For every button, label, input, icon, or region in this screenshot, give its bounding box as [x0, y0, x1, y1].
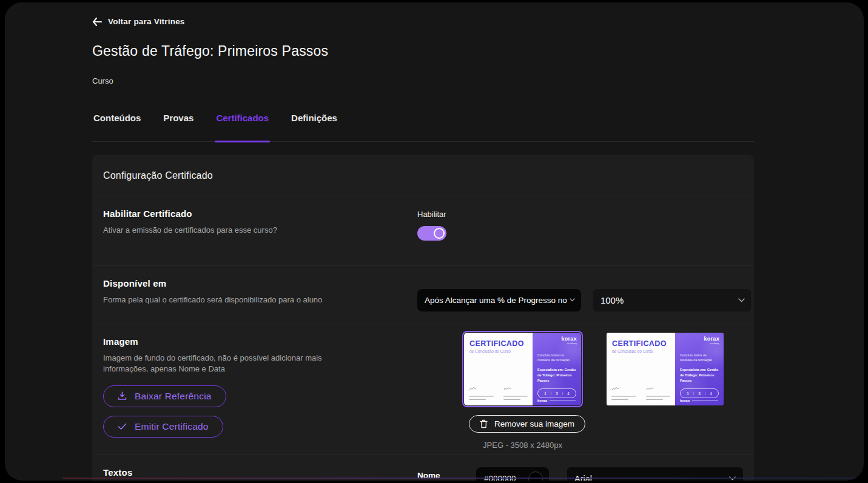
certificate-line1: Concluiu todos os módulos da formação: [537, 353, 575, 364]
signature-icon: [611, 386, 619, 391]
toggle-knob: [434, 228, 445, 239]
enable-toggle[interactable]: [417, 226, 446, 241]
certificate-line2: Especialista em: Gestão de Tráfego: Prim…: [537, 367, 577, 383]
image-description: Imagem de fundo do certificado, não é po…: [103, 353, 341, 375]
availability-mode-select[interactable]: Após Alcançar uma % de Progresso no: [417, 289, 581, 311]
certificate-right-panel: korax academy Concluiu todos os módulos …: [675, 333, 724, 405]
certificate-subtitle: de Conclusão do Curso: [612, 349, 675, 353]
enable-title: Habilitar Certificado: [103, 208, 417, 219]
toggle-label: Habilitar: [417, 210, 744, 219]
download-icon: [118, 391, 127, 401]
certificate-line2: Especialista em: Gestão de Tráfego: Prim…: [680, 367, 720, 383]
tab-definicoes[interactable]: Definições: [290, 113, 338, 141]
back-arrow-icon: [92, 18, 102, 26]
certificate-footer-line: [550, 400, 576, 401]
certificate-subtitle: de Conclusão do Curso: [469, 349, 533, 353]
certificate-left-panel: CERTIFICADO de Conclusão do Curso: [464, 333, 533, 405]
korax-logo: korax: [704, 336, 719, 342]
image-file-info: JPEG - 3508 x 2480px: [464, 441, 581, 450]
available-description: Forma pela qual o certificado será dispo…: [103, 295, 341, 305]
progress-percent-value: 100%: [601, 295, 624, 305]
check-icon: [118, 423, 127, 430]
row-image-right: CERTIFICADO de Conclusão do Curso: [417, 336, 744, 455]
texts-title: Textos: [103, 467, 417, 478]
certificate-title: CERTIFICADO: [612, 339, 675, 348]
screen: Voltar para Vitrines Gestão de Tráfego: …: [0, 0, 868, 483]
certificate-preview-reference[interactable]: CERTIFICADO de Conclusão do Curso: [607, 333, 724, 405]
korax-logo: korax: [561, 336, 577, 342]
bottom-edge-artifact: [62, 478, 856, 479]
emit-certificate-button[interactable]: Emitir Certificado: [103, 416, 223, 438]
signature-icon: [646, 386, 654, 391]
row-available-left: Disponível em Forma pela qual o certific…: [103, 278, 417, 324]
signature-icon: [469, 386, 477, 391]
color-swatch-icon[interactable]: [528, 471, 543, 481]
certificate-footer-line: [692, 400, 718, 401]
page-subtitle: Curso: [92, 76, 754, 85]
certificate-line1: Concluiu todos os módulos da formação: [680, 353, 718, 364]
available-title: Disponível em: [103, 278, 417, 288]
chevron-down-icon: [738, 298, 745, 302]
card-header: Configuração Certificado: [92, 155, 754, 196]
certificate-stats: 1| 3| 4: [680, 388, 719, 398]
certificate-right-panel: korax academy Concluiu todos os módulos …: [533, 333, 581, 405]
certificate-footer-brand: korax: [537, 399, 547, 402]
certificate-title: CERTIFICADO: [469, 339, 533, 348]
certificate-preview-current[interactable]: CERTIFICADO de Conclusão do Curso: [464, 333, 581, 405]
tab-provas[interactable]: Provas: [162, 113, 195, 141]
image-title: Imagem: [103, 336, 138, 347]
back-link[interactable]: Voltar para Vitrines: [92, 17, 185, 26]
row-image-left: Imagem Imagem de fundo do certificado, n…: [103, 336, 417, 455]
row-enable-certificate: Habilitar Certificado Ativar a emissão d…: [92, 196, 754, 265]
certificate-left-panel: CERTIFICADO de Conclusão do Curso: [607, 333, 675, 405]
tab-certificados[interactable]: Certificados: [215, 113, 270, 141]
korax-academy-label: academy: [710, 342, 719, 345]
row-available-right: Após Alcançar uma % de Progresso no 100%: [417, 278, 744, 324]
certificate-footer-brand: korax: [680, 399, 690, 402]
availability-selects: Após Alcançar uma % de Progresso no 100%: [417, 289, 744, 311]
certificate-config-card: Configuração Certificado Habilitar Certi…: [92, 155, 754, 481]
certificate-signatures: [469, 383, 528, 400]
chevron-down-icon: [570, 298, 575, 302]
row-enable-right: Habilitar: [417, 208, 744, 265]
download-reference-button[interactable]: Baixar Referência: [103, 385, 226, 407]
remove-image-button[interactable]: Remover sua imagem: [469, 415, 585, 433]
signature-icon: [503, 386, 511, 391]
emit-certificate-label: Emitir Certificado: [135, 421, 209, 432]
tab-bar: Conteúdos Provas Certificados Definições: [92, 113, 754, 142]
back-link-label: Voltar para Vitrines: [108, 17, 185, 26]
app-window: Voltar para Vitrines Gestão de Tráfego: …: [5, 2, 864, 481]
remove-image-label: Remover sua imagem: [494, 419, 574, 428]
progress-percent-select[interactable]: 100%: [593, 289, 751, 311]
row-enable-left: Habilitar Certificado Ativar a emissão d…: [103, 208, 417, 265]
tab-conteudos[interactable]: Conteúdos: [92, 113, 142, 141]
page-title: Gestão de Tráfego: Primeiros Passos: [92, 43, 754, 59]
row-image: Imagem Imagem de fundo do certificado, n…: [92, 324, 754, 455]
certificate-stats: 1| 3| 4: [537, 388, 576, 398]
row-texts: Textos Textos e fontes que aparecem no s…: [92, 455, 754, 481]
row-available: Disponível em Forma pela qual o certific…: [92, 265, 754, 324]
certificate-previews: CERTIFICADO de Conclusão do Curso: [464, 333, 744, 405]
trash-icon: [480, 419, 488, 428]
certificate-signatures: [611, 383, 670, 400]
availability-mode-value: Após Alcançar uma % de Progresso no: [425, 296, 567, 305]
download-reference-label: Baixar Referência: [135, 391, 212, 402]
enable-description: Ativar a emissão de certificados para es…: [103, 225, 341, 236]
main-content: Voltar para Vitrines Gestão de Tráfego: …: [5, 2, 864, 481]
korax-academy-label: academy: [567, 342, 577, 345]
